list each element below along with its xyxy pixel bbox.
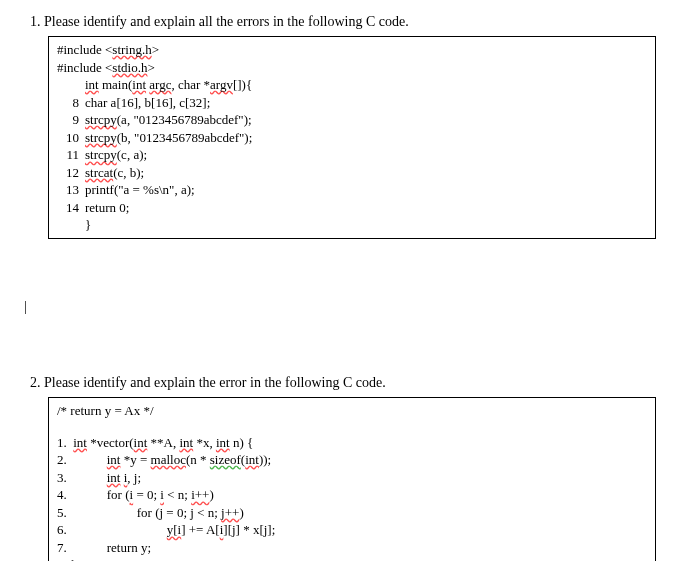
code-text: ));: [259, 452, 271, 467]
code-text: main(: [99, 77, 133, 92]
code-text: []){: [233, 77, 252, 92]
line-number: 3.: [57, 470, 67, 485]
line-number: 6.: [57, 522, 67, 537]
code-line: #include <string.h>: [57, 41, 647, 59]
code-text: int: [134, 435, 148, 450]
code-line: 13printf("a = %s\n", a);: [57, 181, 647, 199]
code-text: ][j] * x[j];: [223, 522, 275, 537]
code-line: #include <stdio.h>: [57, 59, 647, 77]
code-text: strcpy: [85, 130, 117, 145]
blank-line: [57, 420, 647, 434]
code-line: 7.return y;: [57, 539, 647, 557]
code-text: >: [152, 42, 159, 57]
code-text: #include <: [57, 42, 112, 57]
code-text: >: [147, 60, 154, 75]
code-text: for (j = 0; j < n;: [137, 505, 221, 520]
code-comment: /* return y = Ax */: [57, 402, 647, 420]
code-line: 2.int *y = malloc(n * sizeof(int));: [57, 451, 647, 469]
code-text: (b, "0123456789abcdef");: [117, 130, 253, 145]
code-text: 8. }: [57, 557, 76, 561]
code-text: argv: [210, 77, 233, 92]
code-text: strcpy: [85, 112, 117, 127]
code-text: malloc: [151, 452, 186, 467]
code-text: int: [245, 452, 259, 467]
code-text: return 0;: [85, 200, 129, 215]
text-cursor: |: [24, 299, 666, 315]
code-text: ): [209, 487, 213, 502]
line-number: 7.: [57, 540, 67, 555]
code-text: = 0;: [133, 487, 160, 502]
code-line: 6.y[i] += A[i][j] * x[j];: [57, 521, 647, 539]
code-text: y[i: [167, 522, 181, 537]
code-text: int: [132, 77, 146, 92]
code-text: #include <: [57, 60, 112, 75]
code-line: 10strcpy(b, "0123456789abcdef");: [57, 129, 647, 147]
code-text: printf("a = %s\n", a);: [85, 182, 195, 197]
code-text: (c, b);: [113, 165, 144, 180]
code-text: *x,: [193, 435, 216, 450]
code-text: strcat: [85, 165, 113, 180]
code-line: 11strcpy(c, a);: [57, 146, 647, 164]
code-text: < n;: [164, 487, 191, 502]
line-number: 4.: [57, 487, 67, 502]
code-text: j++: [221, 505, 239, 520]
code-text: int: [73, 435, 87, 450]
code-line: int main(int argc, char *argv[]){: [57, 76, 647, 94]
code-line: 12strcat(c, b);: [57, 164, 647, 182]
code-text: ): [239, 505, 243, 520]
code-line: 8char a[16], b[16], c[32];: [57, 94, 647, 112]
code-line: }: [57, 216, 647, 234]
code-text: , char *: [171, 77, 210, 92]
code-block-1: #include <string.h> #include <stdio.h> i…: [48, 36, 656, 239]
code-text: int: [107, 452, 121, 467]
code-text: stdio.h: [112, 60, 147, 75]
code-text: , j;: [127, 470, 141, 485]
code-text: ] += A[: [181, 522, 220, 537]
code-block-2: /* return y = Ax */ 1. int *vector(int *…: [48, 397, 656, 561]
code-line: 8. }: [57, 556, 647, 561]
code-line: 9strcpy(a, "0123456789abcdef");: [57, 111, 647, 129]
code-line: 5.for (j = 0; j < n; j++): [57, 504, 647, 522]
code-text: strcpy: [85, 147, 117, 162]
line-number: 2.: [57, 452, 67, 467]
code-text: (n *: [186, 452, 210, 467]
code-text: *vector(: [87, 435, 134, 450]
code-text: int: [85, 77, 99, 92]
code-text: *y =: [120, 452, 150, 467]
code-line: 14return 0;: [57, 199, 647, 217]
code-text: (c, a);: [117, 147, 147, 162]
code-text: return y;: [107, 540, 151, 555]
code-line: 3.int i, j;: [57, 469, 647, 487]
code-text: char a[16], b[16], c[32];: [85, 95, 210, 110]
code-text: i++: [191, 487, 209, 502]
code-text: string.h: [112, 42, 151, 57]
code-line: 4.for (i = 0; i < n; i++): [57, 486, 647, 504]
code-text: (a, "0123456789abcdef");: [117, 112, 252, 127]
code-text: int: [179, 435, 193, 450]
code-text: for (: [107, 487, 130, 502]
code-text: sizeof: [210, 452, 241, 467]
code-text: **A,: [147, 435, 179, 450]
question-1-prompt: 1. Please identify and explain all the e…: [30, 14, 666, 30]
code-text: n) {: [230, 435, 254, 450]
line-number: 5.: [57, 505, 67, 520]
code-text: argc: [149, 77, 171, 92]
code-text: 1.: [57, 435, 73, 450]
code-text: int: [216, 435, 230, 450]
code-text: int: [107, 470, 121, 485]
question-2-prompt: 2. Please identify and explain the error…: [30, 375, 666, 391]
code-line: 1. int *vector(int **A, int *x, int n) {: [57, 434, 647, 452]
code-text: }: [85, 217, 91, 232]
